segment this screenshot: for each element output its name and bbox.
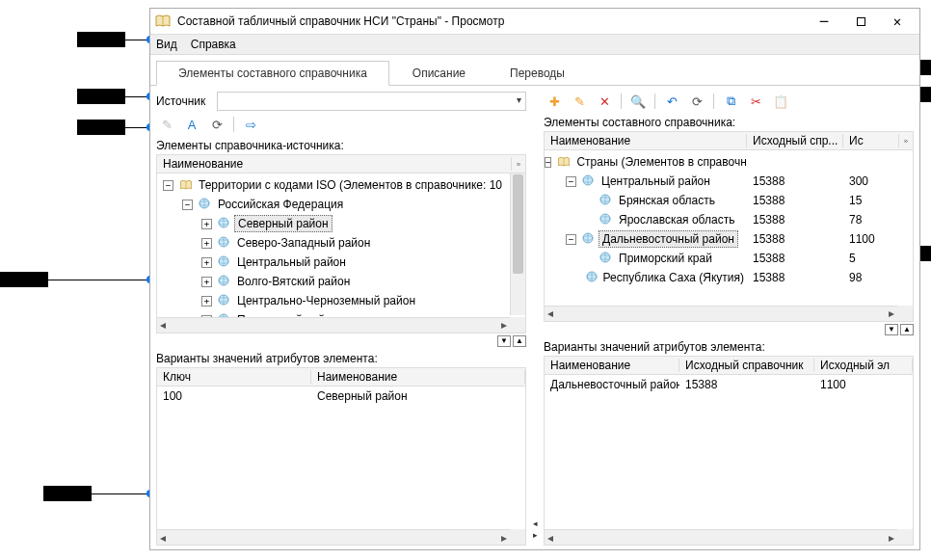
copy-icon[interactable]: ⧉: [722, 93, 739, 110]
tree-row[interactable]: Ярославская область1538878: [545, 210, 913, 229]
tree-row[interactable]: Брянская область1538815: [545, 191, 913, 210]
font-icon[interactable]: A: [183, 116, 200, 133]
expand-icon[interactable]: −: [182, 200, 193, 210]
sphere-icon: [218, 217, 231, 230]
horizontal-scrollbar[interactable]: ◂▸: [545, 306, 897, 321]
tree-item-label: Северо-Западный район: [234, 235, 373, 251]
book-icon: [557, 155, 571, 169]
composite-grid-header: Наименование Исходный спр... Ис »: [544, 131, 914, 150]
horizontal-scrollbar[interactable]: ◂▸: [157, 317, 510, 333]
tree-item-label: Брянская область: [616, 193, 718, 208]
col-attr-name[interactable]: Наименование: [311, 370, 525, 384]
composite-tree[interactable]: −Страны (Элементов в справочник−Централь…: [545, 150, 913, 289]
tabbar: Элементы составного справочника Описание…: [150, 59, 919, 86]
tree-item-label: Волго-Вятский район: [234, 274, 353, 289]
main-window: Составной табличный справочник НСИ "Стра…: [149, 8, 920, 550]
tree-item-label: Республика Саха (Якутия): [600, 270, 747, 285]
edit-icon[interactable]: ✎: [158, 116, 175, 133]
source-attr-grid[interactable]: 100 Северный район ◂▸: [156, 387, 526, 547]
maximize-button[interactable]: [842, 9, 879, 34]
tree-row[interactable]: Республика Саха (Якутия)1538898: [545, 268, 913, 287]
col-src-el[interactable]: Ис: [843, 134, 899, 147]
sphere-icon: [199, 198, 212, 211]
composite-attr-grid[interactable]: Дальневосточный район 15388 1100 ◂▸: [544, 375, 914, 547]
new-icon[interactable]: ✚: [545, 93, 563, 110]
source-toolbar: ✎ A ⟳ ⇨: [156, 113, 526, 136]
delete-icon[interactable]: ✕: [596, 93, 613, 110]
expand-icon[interactable]: −: [566, 234, 576, 245]
sphere-icon: [218, 333, 231, 333]
expand-icon[interactable]: −: [163, 180, 173, 191]
col-src-dict[interactable]: Исходный спр...: [747, 134, 843, 147]
col-name[interactable]: Наименование: [545, 134, 747, 147]
col-name[interactable]: Наименование: [157, 157, 512, 171]
sphere-icon: [582, 232, 596, 246]
col-src-dict[interactable]: Исходный справочник: [679, 359, 814, 372]
source-label: Источник: [156, 94, 213, 108]
tree-item-label: Центральный район: [598, 173, 713, 189]
move-up-button[interactable]: ▲: [513, 335, 526, 347]
tree-row[interactable]: +Центральный район: [157, 253, 525, 272]
move-down-button[interactable]: ▼: [497, 335, 511, 347]
tree-row[interactable]: −Страны (Элементов в справочник: [545, 152, 913, 172]
refresh-icon[interactable]: ⟳: [208, 116, 226, 133]
tree-row[interactable]: +Северо-Западный район: [157, 233, 525, 253]
expand-icon[interactable]: +: [201, 257, 212, 268]
edit-icon[interactable]: ✎: [571, 93, 588, 110]
tree-row[interactable]: −Дальневосточный район153881100: [545, 229, 913, 249]
composite-section-label: Элементы составного справочника:: [544, 113, 914, 131]
sphere-icon: [599, 213, 613, 227]
minimize-button[interactable]: [806, 9, 842, 34]
sync-icon[interactable]: ⟳: [688, 93, 705, 110]
tree-row[interactable]: −Российская Федерация: [157, 195, 525, 214]
vertical-scrollbar[interactable]: [510, 173, 525, 315]
tree-row[interactable]: −Центральный район15388300: [545, 172, 913, 191]
sphere-icon: [218, 255, 231, 269]
tree-item-label: Дальневосточный район: [598, 230, 738, 248]
horizontal-scrollbar[interactable]: ◂▸: [157, 529, 510, 545]
expand-icon[interactable]: +: [201, 277, 212, 287]
book-icon: [179, 178, 193, 192]
tree-item-label: Страны (Элементов в справочник: [573, 154, 747, 170]
expand-icon[interactable]: +: [201, 238, 212, 249]
expand-icon[interactable]: −: [566, 176, 576, 187]
tree-row[interactable]: +Центрально-Черноземный район: [157, 291, 525, 310]
tree-row[interactable]: +Северный район: [157, 214, 525, 233]
undo-icon[interactable]: ↶: [663, 93, 680, 110]
menu-help[interactable]: Справка: [191, 38, 236, 51]
tree-item-label: Ярославская область: [616, 212, 737, 227]
paste-icon[interactable]: 📋: [772, 93, 789, 110]
tab-elements[interactable]: Элементы составного справочника: [156, 61, 389, 86]
close-button[interactable]: [879, 9, 916, 34]
tree-row[interactable]: −Территории с кодами ISO (Элементов в сп…: [157, 175, 525, 195]
expand-icon[interactable]: +: [201, 219, 212, 229]
sphere-icon: [599, 194, 613, 207]
menubar: Вид Справка: [150, 34, 919, 55]
tree-row[interactable]: Приморский край153885: [545, 249, 913, 268]
expand-icon[interactable]: +: [201, 296, 212, 307]
forward-icon[interactable]: ⇨: [242, 116, 259, 133]
tree-row[interactable]: +Волго-Вятский район: [157, 272, 525, 291]
composite-pane: ✚ ✎ ✕ 🔍 ↶ ⟳ ⧉ ✂ 📋 Элементы составного сп…: [538, 86, 919, 549]
source-tree[interactable]: −Территории с кодами ISO (Элементов в сп…: [157, 173, 525, 333]
sphere-icon: [218, 294, 231, 307]
composite-attr-label: Варианты значений атрибутов элемента:: [544, 337, 914, 356]
col-src-el[interactable]: Исходный эл: [814, 359, 913, 372]
menu-view[interactable]: Вид: [156, 38, 177, 51]
search-icon[interactable]: 🔍: [629, 93, 647, 110]
horizontal-scrollbar[interactable]: ◂▸: [545, 529, 897, 545]
titlebar[interactable]: Составной табличный справочник НСИ "Стра…: [150, 9, 919, 34]
expand-icon[interactable]: −: [545, 157, 551, 168]
tab-translations[interactable]: Переводы: [489, 62, 586, 85]
window-title: Составной табличный справочник НСИ "Стра…: [177, 14, 806, 28]
source-dropdown[interactable]: [217, 92, 526, 111]
tree-item-label: Российская Федерация: [215, 197, 346, 212]
col-key[interactable]: Ключ: [157, 370, 311, 384]
tree-item-label: Центральный район: [234, 254, 349, 270]
tree-item-label: Приморский край: [616, 251, 715, 266]
tab-description[interactable]: Описание: [391, 62, 487, 85]
move-up-button[interactable]: ▲: [900, 324, 914, 335]
cut-icon[interactable]: ✂: [747, 93, 764, 110]
col-name[interactable]: Наименование: [545, 359, 679, 372]
move-down-button[interactable]: ▼: [885, 324, 898, 335]
